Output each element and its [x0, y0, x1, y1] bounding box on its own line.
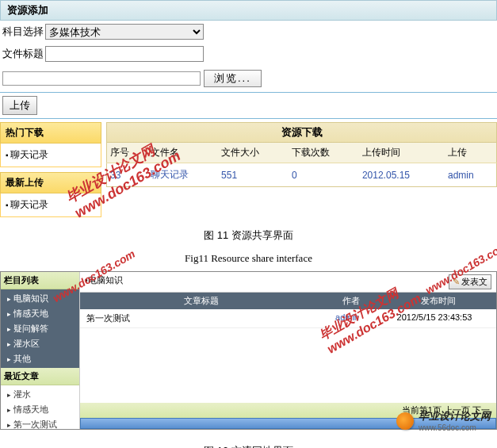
sidebar-latest-header: 最新上传	[0, 172, 101, 193]
pencil-icon: ✎	[453, 277, 460, 287]
logo-icon	[396, 412, 414, 430]
cell-filesize: 551	[218, 163, 289, 187]
col-count: 下载次数	[289, 143, 359, 163]
sidebar-hot-item[interactable]: 聊天记录	[1, 147, 101, 163]
forum-panel: 栏目列表 电脑知识 情感天地 疑问解答 灌水区 其他 最近文章 灌水 情感天地 …	[0, 271, 497, 430]
subject-row: 科目选择 多媒体技术	[0, 21, 497, 43]
sidebar-latest-item[interactable]: 聊天记录	[1, 197, 101, 213]
browse-button[interactable]: 浏览...	[204, 70, 262, 87]
col-seq: 序号	[107, 143, 148, 163]
forum-section-qa[interactable]: 疑问解答	[1, 321, 79, 336]
forum-location-bar: ▪电脑知识 ✎ 发表文	[80, 272, 496, 293]
forum-recent-item[interactable]: 灌水	[1, 387, 79, 402]
forum-recent-item[interactable]: 情感天地	[1, 402, 79, 417]
forum-col-date: 发布时间	[383, 295, 494, 307]
forum-col-author: 作者	[319, 295, 383, 307]
col-time: 上传时间	[359, 143, 445, 163]
cell-filename[interactable]: 聊天记录	[147, 163, 218, 187]
forum-table-head: 文章标题 作者 发布时间	[80, 293, 496, 309]
sidebar-hot-block: 热门下载 聊天记录	[0, 122, 101, 167]
post-button[interactable]: ✎ 发表文	[449, 274, 491, 289]
forum-sections-body: 电脑知识 情感天地 疑问解答 灌水区 其他	[1, 289, 79, 368]
download-table: 序号 文件名 文件大小 下载次数 上传时间 上传 33 聊天记录 551 0 2…	[106, 143, 497, 187]
subject-select[interactable]: 多媒体技术	[45, 24, 204, 40]
forum-section-computer[interactable]: 电脑知识	[1, 291, 79, 306]
file-path-input[interactable]	[2, 71, 201, 86]
resource-add-header: 资源添加	[0, 0, 497, 21]
sidebar-hot-header: 热门下载	[0, 122, 101, 144]
forum-recent-header: 最近文章	[1, 368, 79, 385]
forum-section-water[interactable]: 灌水区	[1, 336, 79, 351]
file-title-input[interactable]	[45, 46, 204, 62]
download-panel: 资源下载 序号 文件名 文件大小 下载次数 上传时间 上传 33 聊天记录 55…	[101, 122, 497, 222]
forum-col-title: 文章标题	[82, 295, 319, 307]
forum-main: ▪电脑知识 ✎ 发表文 文章标题 作者 发布时间 第一次测试 admin 201…	[80, 272, 496, 429]
table-header-row: 序号 文件名 文件大小 下载次数 上传时间 上传	[107, 143, 497, 163]
subject-label: 科目选择	[2, 25, 44, 39]
post-button-label: 发表文	[461, 276, 487, 288]
col-filesize: 文件大小	[218, 143, 289, 163]
caption-12-zh: 图 12 交流园地界面	[0, 438, 497, 448]
file-title-label: 文件标题	[2, 47, 44, 61]
cell-seq[interactable]: 33	[107, 163, 148, 187]
forum-section-emotion[interactable]: 情感天地	[1, 306, 79, 321]
footer-brand: 毕业设计论文网	[419, 409, 491, 423]
upload-row: 上传	[0, 93, 497, 119]
cell-uploader: admin	[445, 163, 496, 187]
cell-count: 0	[289, 163, 359, 187]
forum-recent-body: 灌水 情感天地 第一次测试	[1, 385, 79, 434]
sidebar-latest-block: 最新上传 聊天记录	[0, 172, 101, 217]
download-header: 资源下载	[106, 122, 497, 143]
footer-text: 毕业设计论文网 www.56doc.com	[419, 409, 491, 432]
sidebar-latest-body: 聊天记录	[0, 193, 101, 217]
sidebar-hot-body: 聊天记录	[0, 144, 101, 167]
forum-section-other[interactable]: 其他	[1, 351, 79, 366]
footer-url: www.56doc.com	[419, 423, 491, 432]
table-row: 33 聊天记录 551 0 2012.05.15 admin	[107, 163, 497, 187]
sidebar: 热门下载 聊天记录 最新上传 聊天记录	[0, 122, 101, 222]
footer-logo: 毕业设计论文网 www.56doc.com	[396, 409, 491, 432]
caption-11-zh: 图 11 资源共享界面	[0, 222, 497, 249]
forum-recent-item[interactable]: 第一次测试	[1, 417, 79, 432]
forum-location-text: ▪电脑知识	[85, 274, 123, 289]
forum-table-body: 第一次测试 admin 2012/5/15 23:43:53	[80, 309, 496, 403]
browse-row: 浏览...	[0, 65, 497, 93]
col-filename: 文件名	[147, 143, 218, 163]
forum-row-date: 2012/5/15 23:43:53	[379, 312, 490, 324]
cell-time: 2012.05.15	[359, 163, 445, 187]
col-uploader: 上传	[445, 143, 496, 163]
forum-row-title: 第一次测试	[86, 312, 315, 324]
caption-11-en: Fig11 Resource share interface	[0, 249, 497, 268]
forum-row[interactable]: 第一次测试 admin 2012/5/15 23:43:53	[80, 309, 496, 328]
main-area: 热门下载 聊天记录 最新上传 聊天记录 资源下载 序号 文件名 文件大小 下载次…	[0, 122, 497, 222]
forum-sections-header: 栏目列表	[1, 272, 79, 289]
upload-button[interactable]: 上传	[2, 96, 37, 115]
file-title-row: 文件标题	[0, 43, 497, 65]
forum-row-author: admin	[315, 312, 379, 324]
forum-sidebar: 栏目列表 电脑知识 情感天地 疑问解答 灌水区 其他 最近文章 灌水 情感天地 …	[1, 272, 80, 429]
